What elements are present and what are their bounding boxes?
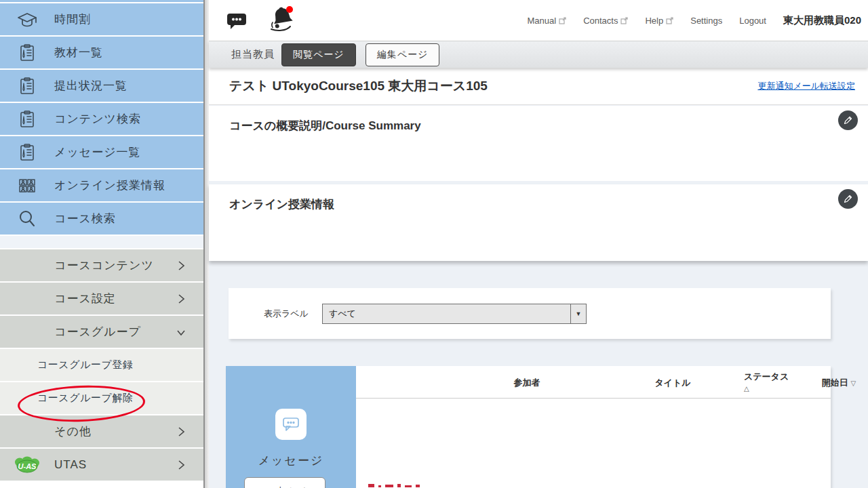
video-grid-icon — [0, 176, 54, 196]
sidebar-group-label: コース設定 — [54, 291, 116, 306]
display-label-caption: 表示ラベル — [264, 308, 309, 320]
sort-desc-icon: ▽ — [850, 380, 856, 387]
sidebar-subitem-course-group-register[interactable]: コースグループ登録 — [0, 349, 203, 381]
sidebar-group-course-group[interactable]: コースグループ — [0, 316, 203, 348]
svg-text:U-AS: U-AS — [18, 462, 37, 470]
course-title-bar: テスト UTokyoCourse105 東大用コース105 更新通知メール転送設… — [209, 68, 868, 105]
top-header: Manual Contacts Help Settings Logout 東 — [209, 0, 868, 41]
sidebar-item-label: コンテンツ検索 — [54, 111, 141, 127]
clipboard-icon — [0, 76, 54, 96]
tab-edit-page[interactable]: 編集ページ — [366, 43, 440, 66]
clipboard-icon — [0, 43, 54, 63]
chevron-right-icon — [175, 426, 187, 438]
section-heading: オンライン授業情報 — [229, 197, 334, 212]
sidebar-item-materials[interactable]: 教材一覧 — [0, 37, 203, 68]
view-tabbar: 担当教員 閲覧ページ 編集ページ — [209, 41, 868, 68]
sidebar-item-online-class[interactable]: オンライン授業情報 — [0, 169, 203, 201]
clipboard-icon — [0, 109, 54, 129]
main-content: Manual Contacts Help Settings Logout 東 — [209, 0, 868, 488]
manual-link[interactable]: Manual — [528, 16, 567, 26]
message-table-header: 参加者 タイトル ステータス △ 開始日 ▽ 最終更新日 ▽ — [356, 366, 831, 399]
utas-logo-icon: U-AS — [0, 456, 54, 474]
column-start-date-label: 開始日 — [822, 378, 848, 388]
edit-summary-button[interactable] — [838, 110, 858, 130]
help-link-label: Help — [645, 16, 663, 26]
sidebar-item-label: 提出状況一覧 — [54, 78, 127, 94]
sidebar-item-utas[interactable]: U-AS UTAS — [0, 449, 203, 481]
notification-bell-icon[interactable] — [267, 4, 296, 35]
tab-view-page[interactable]: 閲覧ページ — [281, 43, 356, 66]
header-links: Manual Contacts Help Settings Logout 東 — [528, 0, 861, 41]
chevron-right-icon — [175, 293, 187, 305]
sidebar-item-timetable[interactable]: 時間割 — [0, 3, 203, 35]
sidebar-subitem-label: コースグループ登録 — [37, 359, 133, 371]
itc-lms-app: 時間割 教材一覧 提出状況一覧 — [0, 0, 868, 488]
section-heading: コースの概要説明/Course Summary — [229, 118, 421, 134]
contacts-link[interactable]: Contacts — [583, 16, 628, 26]
speech-bubble-icon — [281, 415, 300, 433]
pencil-icon — [843, 194, 853, 204]
sidebar-item-content-search[interactable]: コンテンツ検索 — [0, 103, 203, 135]
speech-bubble-tile — [275, 409, 307, 440]
sidebar: 時間割 教材一覧 提出状況一覧 — [0, 0, 203, 488]
sidebar-group-course-settings[interactable]: コース設定 — [0, 283, 203, 314]
contacts-link-label: Contacts — [583, 16, 618, 26]
sidebar-item-label: 時間割 — [54, 12, 91, 27]
chevron-down-icon — [175, 326, 187, 338]
sidebar-item-label: コース検索 — [54, 211, 116, 226]
sidebar-section-gap — [0, 236, 203, 248]
sidebar-subitem-course-group-remove[interactable]: コースグループ解除 — [0, 382, 203, 414]
search-icon — [0, 209, 54, 229]
clipped-red-text — [368, 483, 420, 487]
column-title: タイトル — [646, 377, 700, 389]
course-message-button[interactable]: コース内メッセー — [244, 477, 326, 488]
graduation-cap-icon — [0, 9, 54, 30]
course-summary-section: コースの概要説明/Course Summary — [209, 106, 868, 181]
external-link-icon — [620, 17, 628, 24]
help-link[interactable]: Help — [645, 16, 673, 26]
chevron-right-icon — [175, 459, 187, 471]
label-filter-select[interactable]: すべて ▼ — [322, 304, 587, 324]
logout-link-label: Logout — [739, 16, 766, 26]
clipboard-icon — [0, 142, 54, 163]
sort-asc-icon[interactable]: △ — [744, 385, 749, 392]
role-label: 担当教員 — [231, 48, 275, 61]
sidebar-group-label: コースコンテンツ — [54, 258, 154, 273]
update-mail-forward-link[interactable]: 更新通知メール転送設定 — [757, 80, 855, 92]
message-table-card: メッセージ コース内メッセー 参加者 タイトル ステータス △ 開始日 ▽ 最終… — [226, 366, 831, 488]
messages-icon[interactable] — [226, 11, 248, 31]
chevron-right-icon — [175, 260, 187, 272]
sidebar-group-others[interactable]: その他 — [0, 415, 203, 447]
label-filter-panel: 表示ラベル すべて ▼ — [229, 288, 831, 339]
external-link-icon — [666, 17, 673, 24]
column-status-sortable[interactable]: ステータス △ — [744, 371, 794, 394]
sidebar-group-label: その他 — [54, 424, 92, 439]
column-participants: 参加者 — [507, 377, 547, 389]
sidebar-item-submission-status[interactable]: 提出状況一覧 — [0, 70, 203, 102]
external-link-icon — [559, 17, 566, 24]
sidebar-item-message-list[interactable]: メッセージ一覧 — [0, 136, 203, 168]
column-start-date-sortable[interactable]: 開始日 ▽ — [812, 377, 866, 389]
logged-in-user: 東大用教職員020 — [783, 14, 861, 27]
page-title: テスト UTokyoCourse105 東大用コース105 — [229, 77, 488, 95]
message-category-tile[interactable]: メッセージ コース内メッセー — [226, 366, 356, 488]
label-filter-selected-value: すべて — [323, 304, 570, 323]
online-class-section: オンライン授業情報 — [209, 184, 868, 261]
dropdown-arrow-icon: ▼ — [570, 304, 586, 323]
sidebar-group-label: コースグループ — [54, 324, 141, 340]
manual-link-label: Manual — [528, 16, 557, 26]
sidebar-item-label: オンライン授業情報 — [54, 178, 165, 193]
tile-label: メッセージ — [226, 453, 356, 468]
sidebar-main-divider — [203, 0, 209, 488]
column-status-label: ステータス — [744, 371, 789, 382]
sidebar-item-course-search[interactable]: コース検索 — [0, 203, 203, 235]
sidebar-subitem-label: コースグループ解除 — [37, 392, 133, 405]
sidebar-item-label: 教材一覧 — [54, 45, 103, 60]
edit-online-class-button[interactable] — [838, 189, 858, 209]
settings-link[interactable]: Settings — [690, 16, 722, 26]
logout-link[interactable]: Logout — [739, 16, 766, 26]
sidebar-group-course-contents[interactable]: コースコンテンツ — [0, 249, 203, 281]
pencil-icon — [843, 115, 853, 125]
settings-link-label: Settings — [690, 16, 722, 26]
sidebar-top-sliver — [0, 0, 203, 2]
